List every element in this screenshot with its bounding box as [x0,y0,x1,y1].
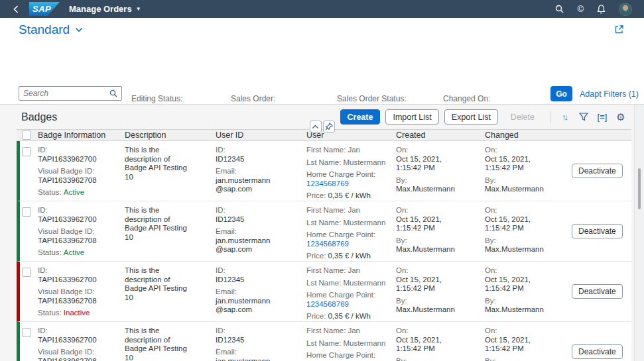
row-checkbox[interactable] [22,268,31,277]
visual-badge-id-label: Visual Badge ID: [38,348,118,357]
created-on-value: Oct 15, 2021, 1:15:42 PM [396,276,478,293]
share-icon[interactable] [614,25,624,34]
sort-icon[interactable]: ↑↓ [558,112,572,122]
visual-badge-id-label: Visual Badge ID: [38,167,118,176]
row-checkbox[interactable] [22,147,31,156]
deactivate-button[interactable]: Deactivate [572,164,623,178]
badge-information-cell: ID: TAPI1633962700 Visual Badge ID: TAPI… [38,146,125,201]
sap-logo-text: SAP [32,4,51,14]
badge-id-value: TAPI1633962700 [38,276,118,285]
delete-button[interactable]: Delete [503,109,542,125]
scrollbar-thumb[interactable] [638,168,641,209]
email-value: jan.mustermann @sap.com [216,297,300,315]
first-name-value: Jan [348,327,360,335]
email-value: jan.mustermann @sap.com [216,357,300,361]
shell-bar: SAP Manage Orders ▼ © [0,0,644,18]
created-on-value: Oct 15, 2021, 1:15:42 PM [396,336,478,354]
sales-order-status-label: Sales Order Status: [337,94,434,103]
description-cell: This is the description of Badge API Tes… [125,146,194,201]
go-button[interactable]: Go [550,86,572,101]
description-text: This is the description of Badge API Tes… [125,206,188,242]
copilot-icon[interactable]: © [577,4,584,14]
created-by-value: Max.Mustermann [396,245,478,254]
back-icon[interactable] [7,5,25,13]
user-cell: First Name:Jan Lst Name:Mustermann Home … [306,206,396,261]
created-cell: On: Oct 15, 2021, 1:15:42 PM By: Max.Mus… [396,327,485,361]
created-by-value: Max.Mustermann [396,305,478,315]
column-header-created: Created [396,130,485,140]
by-label: By: [485,357,558,361]
on-label: On: [396,266,478,276]
by-label: By: [396,297,478,306]
on-label: On: [485,146,558,155]
table-title: Badges [21,111,57,123]
search-field[interactable] [19,86,122,101]
column-header-description: Description [125,130,216,140]
row-actions: Deactivate [565,146,631,196]
row-checkbox[interactable] [22,207,31,217]
search-input[interactable] [23,89,109,98]
table-row[interactable]: ID: TAPI1633962700 Visual Badge ID: TAPI… [17,141,631,201]
home-charge-point-link[interactable]: 1234568769 [306,300,389,309]
row-actions: Deactivate [565,327,631,361]
user-id-value: ID12345 [216,215,300,225]
badge-id-value: TAPI1633962700 [38,215,118,225]
user-id-cell: ID: ID12345 Email: jan.mustermann @sap.c… [216,327,306,361]
adapt-filters-link[interactable]: Adapt Filters (1) [580,89,639,99]
user-avatar[interactable] [619,3,632,16]
email-label: Email: [216,167,300,176]
description-cell: This is the description of Badge API Tes… [125,206,194,261]
notifications-bell-icon[interactable] [597,5,606,14]
table-row[interactable]: ID: TAPI1633962700 Visual Badge ID: TAPI… [17,322,631,361]
search-icon[interactable] [109,89,117,97]
group-icon[interactable]: [≡] [596,112,609,122]
by-label: By: [485,297,558,306]
id-label: ID: [216,327,300,336]
content-area: Badges Create Import List Export List De… [0,105,644,361]
changed-on-value: Oct 15, 2021, 1:15:42 PM [485,215,558,233]
vertical-scrollbar[interactable] [634,105,644,361]
export-list-button[interactable]: Export List [444,109,498,125]
table-row[interactable]: ID: TAPI1633962700 Visual Badge ID: TAPI… [17,262,631,322]
page-header: Standard [0,18,644,41]
import-list-button[interactable]: Import List [385,109,438,125]
editing-status-label: Editing Status: [131,94,222,103]
first-name-label: First Name: [306,327,346,335]
changed-on-value: Oct 15, 2021, 1:15:42 PM [485,276,558,293]
description-text: This is the description of Badge API Tes… [125,327,188,361]
home-charge-point-link[interactable]: 1234568769 [306,180,389,189]
pin-header-icon[interactable] [323,121,335,132]
lst-name-value: Mustermann [343,339,385,347]
row-checkbox[interactable] [22,328,31,337]
email-label: Email: [216,227,300,236]
deactivate-button[interactable]: Deactivate [572,344,623,359]
created-cell: On: Oct 15, 2021, 1:15:42 PM By: Max.Mus… [396,266,485,321]
deactivate-button[interactable]: Deactivate [572,224,623,238]
search-icon[interactable] [555,5,564,13]
changed-on-value: Oct 15, 2021, 1:15:42 PM [485,336,558,354]
app-title-menu[interactable]: Manage Orders ▼ [69,4,141,14]
filter-icon[interactable] [577,113,590,121]
collapse-header-icon[interactable] [310,121,322,132]
settings-gear-icon[interactable]: ⚙ [614,111,627,123]
badge-information-cell: ID: TAPI1633962700 Visual Badge ID: TAPI… [38,266,125,321]
column-header-user-id: User ID [216,130,306,140]
visual-badge-id-value: TAPI1633962708 [38,297,118,306]
description-text: This is the description of Badge API Tes… [125,266,188,302]
changed-cell: On: Oct 15, 2021, 1:15:42 PM By: Max.Mus… [485,327,565,361]
changed-on-label: Changed On: [443,94,541,103]
select-all-checkbox[interactable] [22,130,31,140]
by-label: By: [485,236,558,246]
home-charge-point-label: Home Charge Point: [306,231,389,240]
home-charge-point-link[interactable]: 1234568769 [306,240,389,249]
email-label: Email: [216,348,300,357]
create-button[interactable]: Create [340,109,381,125]
sap-logo[interactable]: SAP [29,2,60,16]
id-label: ID: [38,327,118,336]
price-value: 0,35 € / kWh [328,312,371,320]
badge-information-cell: ID: TAPI1633962700 Visual Badge ID: TAPI… [38,206,125,261]
table-row[interactable]: ID: TAPI1633962700 Visual Badge ID: TAPI… [17,201,631,262]
first-name-value: Jan [348,206,360,214]
deactivate-button[interactable]: Deactivate [572,284,623,299]
variant-selector[interactable]: Standard [19,23,83,37]
